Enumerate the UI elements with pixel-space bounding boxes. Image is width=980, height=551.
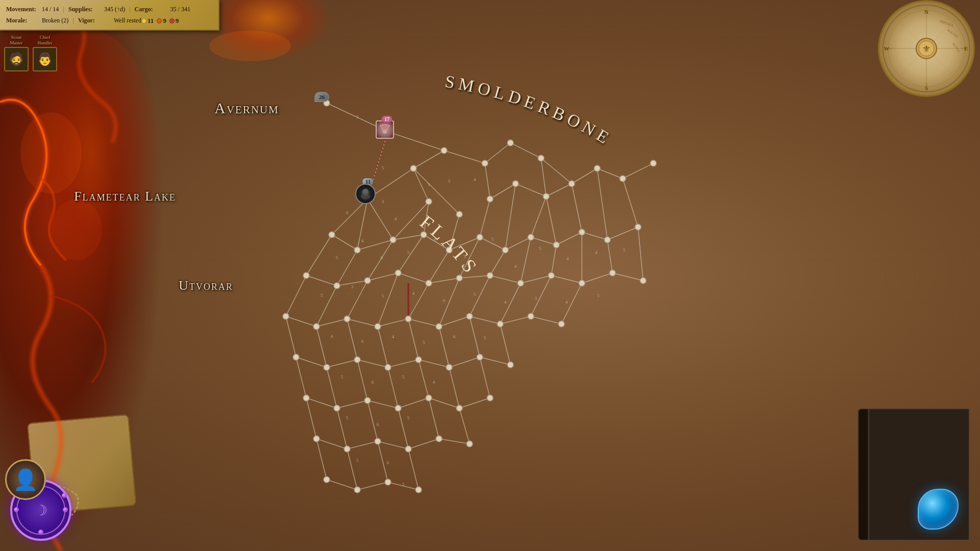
scout-master-frame[interactable]: 🧔 xyxy=(4,47,29,71)
map-node[interactable] xyxy=(604,237,610,243)
map-node[interactable] xyxy=(502,247,508,253)
map-node[interactable] xyxy=(421,232,427,238)
player-token-body[interactable] xyxy=(355,184,376,204)
map-node[interactable] xyxy=(528,313,534,319)
map-node[interactable] xyxy=(456,275,462,281)
map-node[interactable] xyxy=(426,280,432,286)
map-node[interactable] xyxy=(487,395,493,401)
map-node[interactable] xyxy=(497,321,503,327)
map-nodes[interactable] xyxy=(283,100,656,493)
map-node[interactable] xyxy=(405,316,411,322)
enemy-token[interactable]: 17 xyxy=(376,120,398,148)
map-node[interactable] xyxy=(334,405,340,411)
map-node[interactable] xyxy=(579,229,585,235)
map-node[interactable] xyxy=(456,211,462,217)
player-token[interactable]: 11 xyxy=(355,184,381,214)
svg-text:6: 6 xyxy=(372,380,374,385)
map-node[interactable] xyxy=(364,397,371,404)
map-node[interactable] xyxy=(635,224,641,230)
map-node[interactable] xyxy=(313,323,320,330)
svg-line-85 xyxy=(531,276,551,316)
map-node[interactable] xyxy=(344,446,350,452)
map-node[interactable] xyxy=(385,479,391,485)
map-node[interactable] xyxy=(441,147,447,154)
map-node[interactable] xyxy=(548,272,554,279)
map-node[interactable] xyxy=(609,270,616,276)
map-node[interactable] xyxy=(436,323,442,330)
map-node[interactable] xyxy=(426,395,432,401)
map-node[interactable] xyxy=(395,270,401,276)
map-node[interactable] xyxy=(477,234,483,240)
map-node[interactable] xyxy=(477,354,483,360)
map-node[interactable] xyxy=(482,160,488,166)
map-node[interactable] xyxy=(390,237,396,243)
svg-text:4: 4 xyxy=(595,250,598,255)
enemy-token-body[interactable] xyxy=(376,120,394,139)
map-node[interactable] xyxy=(467,313,473,319)
map-node[interactable] xyxy=(436,436,442,442)
map-node[interactable] xyxy=(538,155,544,161)
map-node[interactable] xyxy=(446,364,452,370)
map-node[interactable] xyxy=(405,446,411,452)
map-node[interactable] xyxy=(594,165,600,171)
map-node[interactable] xyxy=(569,181,575,187)
map-node[interactable] xyxy=(640,278,646,284)
map-node[interactable] xyxy=(293,354,299,360)
map-node[interactable] xyxy=(507,140,513,146)
svg-text:3: 3 xyxy=(428,182,430,187)
map-node[interactable] xyxy=(364,278,371,284)
map-node[interactable] xyxy=(410,165,416,171)
map-node[interactable] xyxy=(456,405,462,411)
map-node[interactable] xyxy=(354,357,360,363)
map-node[interactable] xyxy=(324,477,330,483)
svg-line-6 xyxy=(413,151,444,168)
map-node[interactable] xyxy=(579,280,585,286)
svg-text:4: 4 xyxy=(331,334,333,339)
journal-book[interactable] xyxy=(857,408,980,551)
map-node[interactable] xyxy=(507,362,513,368)
svg-text:4: 4 xyxy=(433,380,435,385)
svg-line-17 xyxy=(485,163,490,199)
svg-line-77 xyxy=(408,283,429,319)
chief-handler-frame[interactable]: 👨 xyxy=(33,47,57,71)
map-node[interactable] xyxy=(313,436,320,442)
map-node[interactable] xyxy=(385,364,391,370)
map-node[interactable] xyxy=(446,247,452,253)
map-marker-26[interactable]: 26 xyxy=(314,92,329,102)
svg-line-114 xyxy=(459,398,490,408)
map-node[interactable] xyxy=(487,196,493,202)
map-node[interactable] xyxy=(528,234,534,240)
svg-text:4: 4 xyxy=(504,299,507,305)
map-node[interactable] xyxy=(303,272,309,279)
map-node[interactable] xyxy=(375,438,381,444)
map-node[interactable] xyxy=(329,232,335,238)
map-node[interactable] xyxy=(553,242,559,248)
map-node[interactable] xyxy=(334,283,340,289)
map-node[interactable] xyxy=(283,313,289,319)
map-node[interactable] xyxy=(426,198,432,205)
map-node[interactable] xyxy=(620,176,626,182)
map-node[interactable] xyxy=(558,321,565,327)
map-node[interactable] xyxy=(375,323,381,330)
map-node[interactable] xyxy=(467,441,473,447)
svg-line-28 xyxy=(480,199,490,237)
map-node[interactable] xyxy=(415,357,422,363)
map-node[interactable] xyxy=(512,181,519,187)
map-node[interactable] xyxy=(354,487,360,493)
map-node[interactable] xyxy=(324,364,330,370)
map-node[interactable] xyxy=(415,487,422,493)
map-node[interactable] xyxy=(354,247,360,253)
map-node[interactable] xyxy=(344,316,350,322)
scout-master-portrait[interactable]: ScoutMaster 🧔 xyxy=(4,35,29,71)
map-node[interactable] xyxy=(487,272,493,279)
chief-handler-portrait[interactable]: ChiefHandler 👨 xyxy=(33,35,57,71)
svg-line-93 xyxy=(357,360,388,367)
map-node[interactable] xyxy=(395,405,401,411)
svg-text:5: 5 xyxy=(402,374,405,380)
map-node[interactable] xyxy=(650,160,656,166)
map-node[interactable] xyxy=(518,280,524,286)
map-node[interactable] xyxy=(303,395,309,401)
map-node[interactable] xyxy=(543,193,549,199)
svg-point-2 xyxy=(209,31,291,61)
svg-line-7 xyxy=(444,151,485,163)
